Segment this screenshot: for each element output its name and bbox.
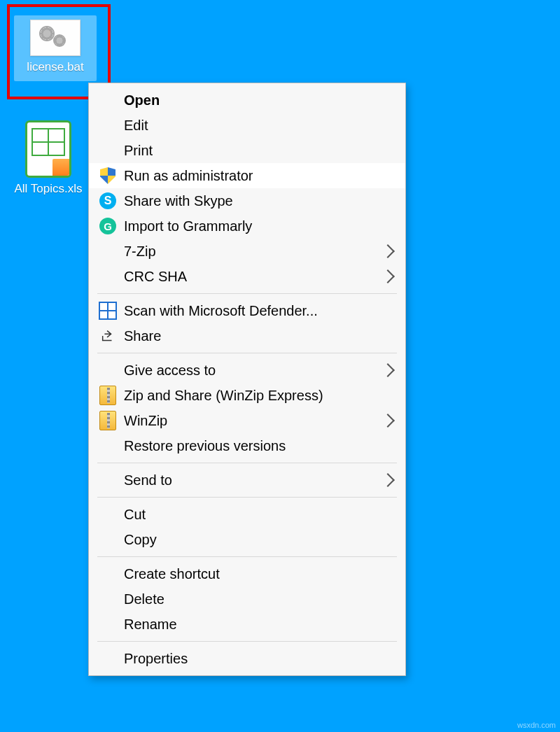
menu-item-run-as-administrator[interactable]: Run as administrator: [89, 163, 405, 188]
blank-icon: [99, 505, 117, 523]
bat-file-icon: [17, 20, 94, 56]
menu-item-zip-and-share[interactable]: Zip and Share (WinZip Express): [89, 383, 405, 408]
blank-icon: [99, 361, 117, 379]
chevron-right-icon: [381, 244, 395, 258]
blank-icon: [99, 242, 117, 260]
menu-item-give-access-to[interactable]: Give access to: [89, 358, 405, 383]
winzip-icon: [99, 411, 117, 430]
watermark: wsxdn.com: [517, 721, 556, 729]
shield-icon: [99, 167, 117, 185]
menu-item-7zip[interactable]: 7-Zip: [89, 239, 405, 264]
skype-icon: [99, 192, 117, 210]
blank-icon: [99, 141, 117, 160]
blank-icon: [99, 91, 117, 109]
menu-item-import-to-grammarly[interactable]: Import to Grammarly: [89, 213, 405, 239]
grammarly-icon: [99, 217, 117, 235]
winzip-icon: [99, 386, 117, 404]
menu-separator: [97, 353, 397, 353]
menu-item-share[interactable]: Share: [89, 323, 405, 349]
menu-item-share-with-skype[interactable]: Share with Skype: [89, 188, 405, 213]
blank-icon: [99, 590, 117, 608]
blank-icon: [99, 565, 117, 583]
share-icon: [99, 327, 117, 345]
desktop-icon-all-topics-xls[interactable]: All Topics.xls: [10, 120, 87, 196]
desktop-icon-label: All Topics.xls: [10, 182, 87, 196]
menu-item-copy[interactable]: Copy: [89, 527, 405, 552]
desktop-icon-license-bat[interactable]: license.bat: [14, 15, 97, 81]
chevron-right-icon: [381, 363, 395, 377]
blank-icon: [99, 471, 117, 489]
chevron-right-icon: [381, 414, 395, 428]
menu-item-send-to[interactable]: Send to: [89, 467, 405, 493]
blank-icon: [99, 530, 117, 549]
desktop-icon-label: license.bat: [17, 60, 94, 74]
menu-item-crc-sha[interactable]: CRC SHA: [89, 264, 405, 289]
blank-icon: [99, 267, 117, 286]
chevron-right-icon: [381, 269, 395, 283]
menu-item-cut[interactable]: Cut: [89, 502, 405, 527]
context-menu: Open Edit Print Run as administrator Sha…: [88, 83, 406, 676]
blank-icon: [99, 649, 117, 668]
chevron-right-icon: [381, 473, 395, 487]
menu-separator: [97, 556, 397, 557]
blank-icon: [99, 116, 117, 134]
menu-item-rename[interactable]: Rename: [89, 612, 405, 637]
blank-icon: [99, 615, 117, 633]
menu-item-scan-defender[interactable]: Scan with Microsoft Defender...: [89, 298, 405, 323]
menu-item-delete[interactable]: Delete: [89, 586, 405, 612]
menu-separator: [97, 293, 397, 294]
menu-item-print[interactable]: Print: [89, 138, 405, 163]
menu-separator: [97, 641, 397, 642]
menu-item-open[interactable]: Open: [89, 87, 405, 113]
menu-separator: [97, 497, 397, 498]
menu-item-restore-previous-versions[interactable]: Restore previous versions: [89, 433, 405, 458]
menu-item-properties[interactable]: Properties: [89, 646, 405, 671]
menu-separator: [97, 463, 397, 463]
defender-icon: [99, 302, 117, 320]
blank-icon: [99, 437, 117, 455]
menu-item-create-shortcut[interactable]: Create shortcut: [89, 561, 405, 586]
menu-item-winzip[interactable]: WinZip: [89, 408, 405, 433]
xls-file-icon: [10, 120, 87, 178]
menu-item-edit[interactable]: Edit: [89, 113, 405, 138]
